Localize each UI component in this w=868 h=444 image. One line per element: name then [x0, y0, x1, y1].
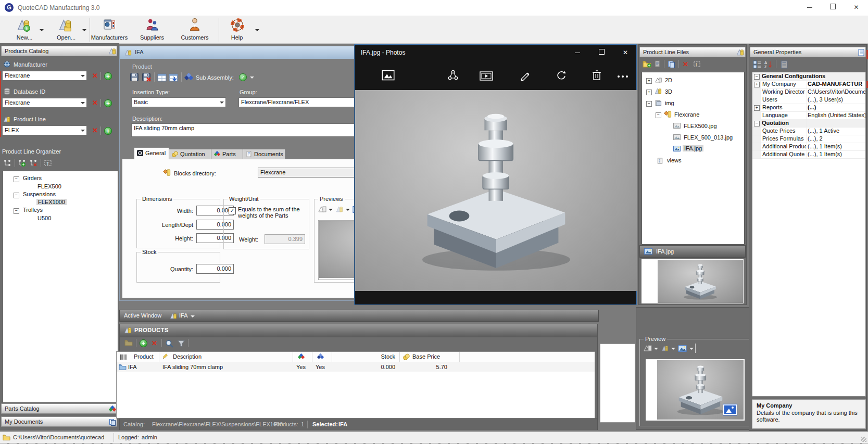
tree-item-flex500013jpg[interactable]: FLEX_500_013.jpg: [684, 134, 733, 141]
grid-divider[interactable]: [807, 80, 807, 158]
property-value[interactable]: (...), 3 User(s): [808, 96, 866, 104]
add-folder-icon[interactable]: [643, 60, 651, 68]
property-row-prices-formulas[interactable]: Prices Formulas (...), 2: [752, 135, 866, 143]
datasheet-icon[interactable]: [157, 73, 167, 82]
tab-documents[interactable]: Documents: [243, 149, 285, 159]
add-product-button[interactable]: [140, 339, 147, 347]
collapse-icon[interactable]: [754, 74, 760, 80]
property-row-users[interactable]: Users (...), 3 User(s): [752, 96, 866, 104]
chevron-down-icon[interactable]: [329, 209, 333, 213]
property-value[interactable]: (...), 1 Item(s): [808, 143, 866, 150]
col-description[interactable]: Description: [173, 353, 202, 360]
tree-item-img[interactable]: img: [665, 100, 674, 106]
column-separator[interactable]: [293, 352, 293, 362]
organizer-add-node-icon[interactable]: [18, 159, 26, 167]
my-documents-bar[interactable]: My Documents: [1, 416, 117, 427]
tab-parts[interactable]: Parts: [211, 149, 243, 159]
tree-item-views[interactable]: views: [667, 157, 682, 163]
suppliers-button[interactable]: Suppliers: [134, 18, 170, 42]
resize-grip[interactable]: [861, 437, 866, 442]
property-value[interactable]: C:\Users\Vitor\Documen: [808, 88, 866, 96]
property-row-language[interactable]: Language English (United States): [752, 111, 866, 119]
property-row-quote-prices[interactable]: Quote Prices (...), 1 Active: [752, 127, 866, 135]
tab-quotation[interactable]: Quotation: [169, 149, 211, 159]
tree-item-flex1000-selected[interactable]: FLEX1000: [36, 199, 67, 205]
add-file-icon[interactable]: [654, 60, 661, 68]
app-close-button[interactable]: [845, 0, 868, 15]
see-more-icon[interactable]: [618, 75, 628, 78]
categorized-icon[interactable]: [753, 60, 761, 69]
preview-3d-icon[interactable]: [335, 206, 344, 213]
chevron-down-icon[interactable]: [191, 315, 195, 320]
delete-file-button[interactable]: [683, 61, 688, 68]
property-value[interactable]: (...), 1 Active: [808, 127, 866, 135]
share-icon[interactable]: [447, 70, 459, 81]
collapse-icon[interactable]: [14, 176, 19, 182]
customers-button[interactable]: Customers: [177, 18, 212, 42]
manufacturer-select[interactable]: Flexcrane: [2, 71, 87, 81]
tree-item-girders[interactable]: Girders: [23, 175, 42, 181]
chevron-down-icon[interactable]: [346, 209, 350, 213]
collapse-icon[interactable]: [646, 101, 652, 107]
col-parts-icon[interactable]: [298, 353, 305, 360]
app-minimize-button[interactable]: [798, 0, 821, 15]
sub-assembly-status-icon[interactable]: [239, 73, 247, 81]
photos-close-button[interactable]: ✕: [613, 45, 637, 61]
tree-item-flex500[interactable]: FLEX500: [37, 183, 61, 189]
chevron-down-icon[interactable]: [671, 348, 675, 352]
save-icon[interactable]: [130, 72, 139, 82]
manufacturers-button[interactable]: Manufacturers: [92, 18, 127, 42]
property-row-additional-quote[interactable]: Additional Quote (...), 1 Item(s): [752, 150, 866, 158]
app-maximize-button[interactable]: [821, 0, 845, 15]
collapse-icon[interactable]: [14, 193, 19, 198]
chevron-down-icon[interactable]: [250, 77, 254, 81]
open-button[interactable]: Open...: [51, 18, 81, 42]
quantity-field[interactable]: 0.000: [196, 264, 234, 274]
expand-icon[interactable]: [646, 90, 652, 95]
database-id-add-button[interactable]: [104, 99, 112, 107]
delete-icon[interactable]: [592, 69, 602, 81]
chevron-down-icon[interactable]: [689, 348, 694, 352]
open-dropdown-button[interactable]: [80, 25, 89, 35]
product-line-delete-button[interactable]: [92, 127, 98, 134]
active-window-value[interactable]: IFA: [179, 312, 188, 319]
col-subassembly-icon[interactable]: [317, 353, 324, 360]
tree-item-u500[interactable]: U500: [37, 215, 51, 221]
filter-icon[interactable]: [177, 339, 185, 348]
preview-2d-icon[interactable]: [318, 206, 326, 213]
column-separator[interactable]: [459, 352, 460, 362]
collapse-icon[interactable]: [14, 208, 19, 214]
new-button[interactable]: New...: [9, 18, 40, 42]
column-separator[interactable]: [312, 352, 312, 362]
property-row-my-company[interactable]: My Company CAD-MANUFACTUR: [752, 80, 866, 88]
edit-icon[interactable]: [519, 70, 531, 81]
tree-item-3d[interactable]: 3D: [665, 88, 672, 95]
tree-item-flex500jpg[interactable]: FLEX500.jpg: [684, 123, 717, 129]
sort-alphabetical-icon[interactable]: AZ: [764, 60, 773, 69]
tree-item-trolleys[interactable]: Trolleys: [23, 207, 43, 213]
database-id-delete-button[interactable]: [92, 99, 98, 106]
preview-3d-icon[interactable]: [661, 345, 669, 352]
category-quotation[interactable]: Quotation: [752, 119, 866, 127]
column-separator[interactable]: [159, 352, 159, 362]
weight-sum-checkbox[interactable]: ✓: [229, 207, 236, 214]
collapse-icon[interactable]: [754, 121, 760, 126]
search-icon[interactable]: [165, 339, 173, 348]
category-general-configurations[interactable]: General Configurations: [752, 72, 866, 80]
preview-image-icon[interactable]: [678, 345, 687, 352]
datasheet-export-icon[interactable]: [169, 73, 178, 82]
col-product[interactable]: Product: [134, 353, 154, 360]
preview-2d-icon[interactable]: [644, 345, 652, 352]
tree-item-2d[interactable]: 2D: [665, 77, 672, 83]
tree-item-flexcrane[interactable]: Flexcrane: [674, 111, 699, 118]
collapse-icon[interactable]: [656, 112, 661, 118]
property-pages-icon[interactable]: [780, 60, 788, 69]
organizer-node-icon[interactable]: [3, 159, 11, 167]
manufacturer-add-button[interactable]: [104, 72, 112, 80]
tree-item-ifajpg-selected[interactable]: IFA.jpg: [683, 145, 703, 151]
property-value[interactable]: CAD-MANUFACTUR: [808, 80, 866, 88]
column-separator[interactable]: [332, 352, 332, 362]
product-row-ifa[interactable]: IFA IFA sliding 70mm clamp Yes Yes 0.000…: [117, 362, 595, 372]
open-product-icon[interactable]: [124, 339, 133, 346]
property-row-working-directory[interactable]: Working Director C:\Users\Vitor\Documen: [752, 88, 866, 96]
